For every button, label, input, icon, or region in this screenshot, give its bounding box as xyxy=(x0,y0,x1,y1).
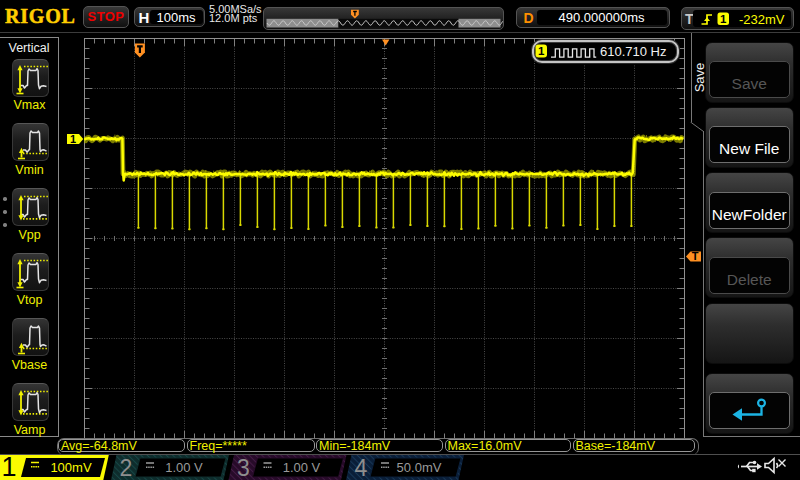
svg-text:1: 1 xyxy=(538,45,545,57)
svg-text:2: 2 xyxy=(120,455,133,480)
svg-text:1: 1 xyxy=(1,455,16,480)
svg-text:1.00 V: 1.00 V xyxy=(165,460,203,475)
svg-text:100mV: 100mV xyxy=(50,460,92,475)
svg-text:4: 4 xyxy=(355,455,368,480)
svg-text:1.00 V: 1.00 V xyxy=(283,460,321,475)
svg-text:50.0mV: 50.0mV xyxy=(397,460,442,475)
svg-text:T: T xyxy=(692,250,699,262)
svg-text:-232mV: -232mV xyxy=(739,11,785,26)
svg-text:3: 3 xyxy=(237,455,250,480)
svg-text:1: 1 xyxy=(719,12,726,24)
svg-text:610.710 Hz: 610.710 Hz xyxy=(600,44,667,59)
svg-text:1: 1 xyxy=(70,133,76,145)
